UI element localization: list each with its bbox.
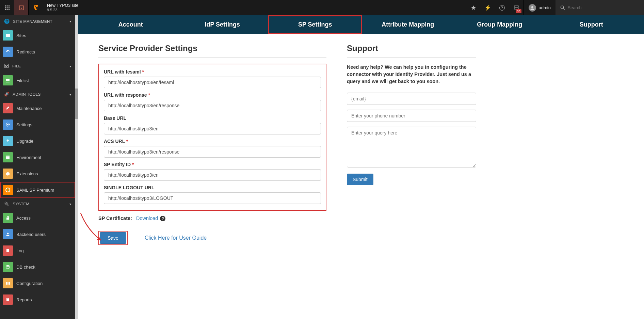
svg-rect-6 [5,9,6,10]
svg-rect-4 [6,7,7,8]
svg-rect-8 [9,9,10,10]
svg-rect-0 [5,5,6,6]
svg-rect-11 [514,6,518,7]
svg-rect-3 [5,7,6,8]
bolt-icon: ⚡ [484,4,491,11]
svg-rect-1 [6,5,7,6]
tree-icon: x [19,5,24,11]
global-search[interactable] [556,0,644,15]
help-button[interactable]: ? [495,0,509,15]
svg-point-13 [531,6,533,8]
app-launcher-button[interactable] [0,0,14,15]
svg-rect-12 [514,8,518,9]
typo3-logo-button[interactable] [29,0,43,15]
svg-point-14 [561,6,563,9]
svg-line-15 [563,9,565,10]
svg-rect-2 [9,5,10,6]
topbar-right: ★ ⚡ ? 33 admin [466,0,644,15]
bookmark-button[interactable]: ★ [466,0,481,15]
search-input[interactable] [568,5,639,10]
site-version: 9.5.23 [47,8,78,12]
help-icon: ? [499,5,505,11]
topbar-left: x New TYPO3 site 9.5.23 [0,0,78,15]
user-name: admin [539,5,551,10]
star-icon: ★ [471,4,476,12]
notifications-button[interactable]: 33 [509,0,524,15]
typo3-logo-icon [32,4,39,11]
notification-badge: 33 [516,9,521,13]
avatar-icon [530,5,535,10]
topbar: x New TYPO3 site 9.5.23 ★ ⚡ ? 33 admin [0,0,644,15]
svg-rect-5 [9,7,10,8]
grid-icon [5,5,10,10]
user-menu[interactable]: admin [524,0,556,15]
site-title: New TYPO3 site [47,3,78,8]
avatar [529,4,536,12]
flash-button[interactable]: ⚡ [481,0,495,15]
page-tree-button[interactable]: x [14,0,29,15]
svg-rect-7 [6,9,7,10]
svg-text:x: x [20,6,22,10]
search-icon [560,5,565,10]
site-info: New TYPO3 site 9.5.23 [47,3,78,12]
